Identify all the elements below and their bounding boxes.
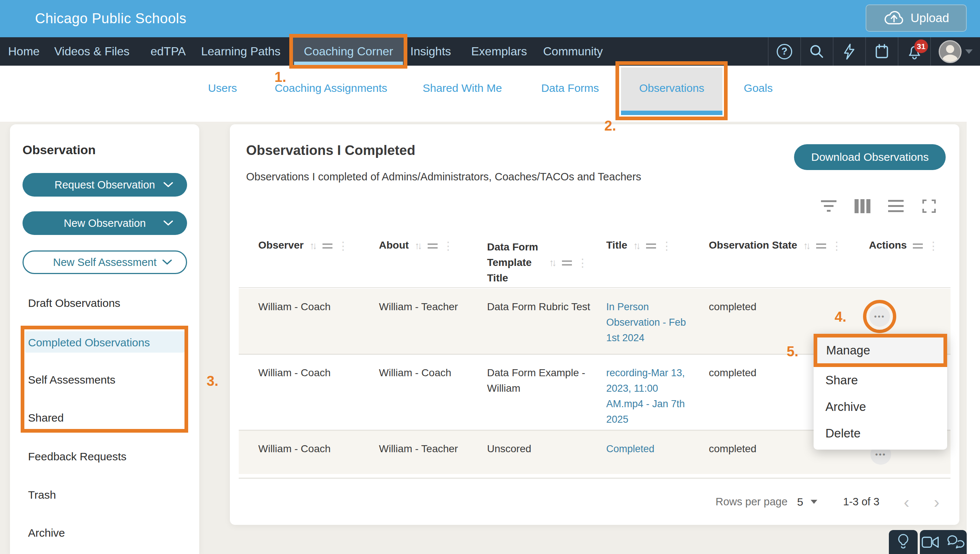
subnav-tab-coaching-assignments[interactable]: Coaching Assignments	[274, 82, 387, 94]
pagination-range: 1-3 of 3	[843, 496, 879, 508]
nav-item-home[interactable]: Home	[8, 37, 40, 66]
sidebar-item-completed-observations[interactable]: Completed Observations	[28, 336, 150, 349]
help-button[interactable]: ?	[768, 37, 800, 66]
cell-template: Data Form Example - William	[487, 365, 592, 430]
profile-menu[interactable]	[930, 37, 980, 66]
help-tips-dock[interactable]	[889, 530, 918, 554]
kebab-icon[interactable]: ⋮	[338, 239, 349, 252]
nav-item-coaching-corner[interactable]: Coaching Corner	[293, 37, 404, 66]
sidebar-item-shared[interactable]: Shared	[28, 412, 64, 424]
menu-item-share[interactable]: Share	[814, 367, 947, 393]
column-header-about[interactable]: About ↑↓ ⋮	[379, 239, 487, 287]
nav-item-edtpa[interactable]: edTPA	[151, 37, 186, 66]
calendar-button[interactable]	[865, 37, 898, 66]
upload-button[interactable]: Upload	[865, 5, 967, 32]
columns-icon[interactable]	[854, 199, 870, 213]
sort-icon[interactable]: ↑↓	[309, 240, 317, 252]
search-button[interactable]	[800, 37, 833, 66]
ellipsis-icon: •••	[874, 312, 885, 321]
subnav-tab-users[interactable]: Users	[208, 82, 237, 94]
kebab-icon[interactable]: ⋮	[577, 256, 588, 269]
column-menu-icon[interactable]	[816, 244, 826, 248]
annotation-step-1: 1.	[274, 69, 286, 85]
top-app-bar: Chicago Public Schools Upload	[0, 0, 980, 37]
new-observation-button[interactable]: New Observation	[22, 211, 187, 235]
chevron-down-icon	[163, 259, 172, 265]
rows-per-page-select[interactable]: 5	[797, 496, 817, 508]
avatar	[939, 40, 962, 63]
sort-icon[interactable]: ↑↓	[803, 240, 811, 252]
new-self-assessment-button[interactable]: New Self Assessment	[22, 250, 187, 274]
filter-icon[interactable]	[821, 197, 837, 215]
observations-panel: Observations I Completed Observations I …	[230, 124, 959, 525]
column-menu-icon[interactable]	[428, 244, 438, 248]
request-observation-button[interactable]: Request Observation	[22, 173, 187, 197]
subnav-tab-observations-label: Observations	[621, 82, 722, 94]
menu-item-archive[interactable]: Archive	[814, 393, 947, 420]
notification-badge: 31	[914, 40, 928, 53]
active-subnav-underline	[621, 111, 722, 115]
download-observations-button[interactable]: Download Observations	[794, 144, 946, 170]
column-header-observation-state[interactable]: Observation State ↑↓ ⋮	[709, 239, 869, 287]
annotation-step-3: 3.	[207, 373, 218, 389]
row-actions-menu: Manage Share Archive Delete	[814, 334, 947, 450]
column-menu-icon[interactable]	[562, 260, 572, 266]
kebab-icon[interactable]: ⋮	[661, 239, 672, 252]
fullscreen-icon[interactable]	[921, 199, 937, 214]
column-header-actions[interactable]: Actions ⋮	[869, 239, 950, 287]
quick-actions-button[interactable]	[833, 37, 865, 66]
observation-title-link[interactable]: In Person Observation - Feb 1st 2024	[606, 301, 686, 343]
nav-item-community[interactable]: Community	[543, 37, 603, 66]
observation-title-link[interactable]: recording-Mar 13, 2023, 11:00 AM.mp4 - J…	[606, 367, 685, 425]
subnav-tab-shared-with-me[interactable]: Shared With Me	[422, 82, 502, 94]
sidebar-item-self-assessments[interactable]: Self Assessments	[28, 374, 115, 386]
menu-item-delete[interactable]: Delete	[814, 420, 947, 447]
column-menu-icon[interactable]	[646, 244, 656, 248]
column-header-observer[interactable]: Observer ↑↓ ⋮	[258, 239, 379, 287]
observation-title-link[interactable]: Completed	[606, 443, 655, 454]
next-page-button[interactable]: ›	[934, 495, 939, 509]
column-menu-icon[interactable]	[322, 244, 333, 248]
kebab-icon[interactable]: ⋮	[928, 239, 939, 252]
kebab-icon[interactable]: ⋮	[443, 239, 454, 252]
subnav-tab-goals[interactable]: Goals	[744, 82, 773, 94]
cell-about: William - Teacher	[379, 299, 487, 354]
nav-icon-group: ? 31	[768, 37, 980, 66]
cell-observer: William - Coach	[258, 441, 379, 474]
chat-bubbles-icon	[947, 535, 966, 549]
column-header-data-form-template-title[interactable]: Data Form Template Title ↑↓ ⋮	[487, 239, 606, 287]
sidebar-item-trash[interactable]: Trash	[28, 489, 56, 501]
page-title: Observations I Completed	[246, 143, 416, 158]
nav-item-exemplars[interactable]: Exemplars	[471, 37, 527, 66]
sort-icon[interactable]: ↑↓	[549, 257, 557, 269]
sidebar-item-feedback-requests[interactable]: Feedback Requests	[28, 451, 127, 463]
scrollbar-track[interactable]	[967, 122, 980, 554]
subnav-tab-data-forms[interactable]: Data Forms	[541, 82, 599, 94]
ellipsis-icon: •••	[875, 451, 886, 459]
notifications-button[interactable]: 31	[898, 37, 930, 66]
annotation-step-4: 4.	[835, 309, 846, 325]
sidebar-item-archive[interactable]: Archive	[28, 527, 65, 539]
rows-per-page-label: Rows per page	[715, 496, 787, 508]
column-menu-icon[interactable]	[913, 244, 923, 248]
sort-icon[interactable]: ↑↓	[633, 240, 641, 252]
annotation-step-2: 2.	[604, 118, 616, 134]
kebab-icon[interactable]: ⋮	[831, 239, 842, 252]
previous-page-button[interactable]: ‹	[904, 495, 909, 509]
sidebar-item-draft-observations[interactable]: Draft Observations	[28, 297, 120, 309]
nav-item-videos-files[interactable]: Videos & Files	[54, 37, 129, 66]
density-icon[interactable]	[888, 197, 904, 215]
video-chat-dock[interactable]	[920, 530, 967, 554]
sort-icon[interactable]: ↑↓	[415, 240, 422, 252]
annotation-step-5: 5.	[787, 344, 798, 360]
subnav-tab-observations[interactable]: Observations	[621, 67, 722, 115]
nav-item-learning-paths[interactable]: Learning Paths	[201, 37, 280, 66]
profile-caret-icon	[965, 49, 973, 54]
row-actions-button[interactable]: •••	[869, 306, 890, 327]
nav-item-insights[interactable]: Insights	[410, 37, 451, 66]
active-nav-underline	[294, 62, 403, 65]
table-header-row: Observer ↑↓ ⋮ About ↑↓ ⋮ Data Form Templ…	[239, 232, 950, 288]
column-header-title[interactable]: Title ↑↓ ⋮	[606, 239, 709, 287]
menu-item-manage[interactable]: Manage	[814, 334, 947, 367]
table-toolbar	[821, 197, 937, 215]
